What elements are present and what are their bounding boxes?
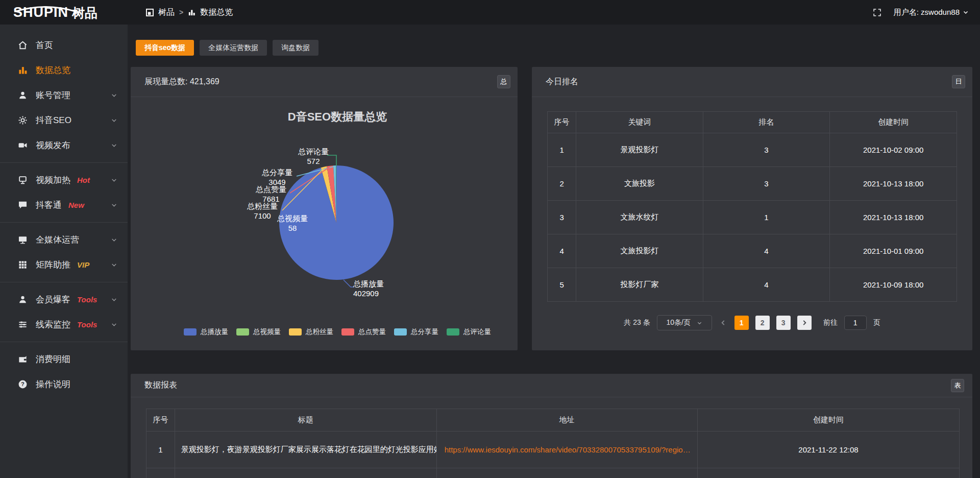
cell-index: 3 — [548, 201, 576, 234]
chevron-down-icon — [111, 321, 117, 328]
cell-index: 1 — [146, 432, 175, 468]
tab-media-operation-data[interactable]: 全媒体运营数据 — [200, 40, 267, 56]
sidebar-item-media-operation[interactable]: 全媒体运营 — [0, 227, 128, 252]
breadcrumb-current[interactable]: 数据总览 — [200, 7, 233, 18]
chevron-down-icon — [111, 236, 117, 243]
legend-item[interactable]: 总粉丝量 — [289, 327, 333, 337]
tools-badge: Tools — [77, 295, 97, 304]
sidebar-item-label: 抖客通 — [36, 199, 62, 211]
column-header: 地址 — [436, 409, 697, 432]
cell-keyword: 文旅投影 — [576, 167, 703, 201]
legend-item[interactable]: 总播放量 — [184, 327, 228, 337]
breadcrumb-root[interactable]: 树品 — [158, 7, 175, 18]
table-toggle-button[interactable]: 表 — [951, 379, 964, 392]
user-icon — [17, 90, 28, 100]
goto-page-input[interactable] — [844, 316, 867, 330]
help-icon: ? — [17, 379, 28, 389]
sidebar-item-member-burst[interactable]: 会员爆客 Tools — [0, 287, 128, 312]
report-panel-header: 数据报表 表 — [131, 374, 972, 397]
ranking-table: 序号 关键词 排名 创建时间 1 景观投影灯 3 — [547, 111, 957, 302]
table-row: 3 文旅水纹灯 1 2021-10-13 18:00 — [548, 201, 957, 234]
user-menu[interactable]: 用户名: zswodun88 — [894, 8, 969, 17]
tab-inquiry-data[interactable]: 询盘数据 — [273, 40, 318, 56]
total-toggle-button[interactable]: 总 — [497, 75, 510, 88]
column-header: 标题 — [175, 409, 436, 432]
tab-douyin-seo-data[interactable]: 抖音seo数据 — [136, 40, 194, 56]
page-size-select[interactable]: 10条/页 — [657, 315, 712, 330]
fullscreen-icon[interactable] — [873, 8, 881, 17]
sidebar-item-help[interactable]: ? 操作说明 — [0, 372, 128, 397]
hot-badge: Hot — [77, 176, 90, 184]
sidebar-item-douketong[interactable]: 抖客通 New — [0, 193, 128, 218]
legend-swatch — [236, 328, 249, 336]
legend-item[interactable]: 总分享量 — [394, 327, 438, 337]
overview-panel-title: 展现量总数: 421,369 — [144, 77, 219, 87]
report-panel-title: 数据报表 — [144, 380, 177, 391]
gear-icon — [17, 115, 28, 125]
legend-swatch — [341, 328, 354, 336]
chevron-down-icon — [697, 320, 702, 326]
pie-label-plays: 总播放量 402909 — [353, 279, 396, 298]
page-unit-label: 页 — [873, 318, 880, 327]
table-row: 4 文旅投影灯 4 2021-10-01 09:00 — [548, 234, 957, 268]
chart-title: D音SEO数据量总览 — [144, 109, 531, 125]
logo: SHUPIN 树品 — [0, 6, 128, 19]
cell-created: 2021-10-13 18:00 — [830, 201, 957, 234]
home-icon — [17, 40, 28, 50]
cell-rank: 3 — [703, 167, 830, 201]
sidebar-item-home[interactable]: 首页 — [0, 33, 128, 58]
new-badge: New — [68, 201, 84, 209]
day-toggle-button[interactable]: 日 — [952, 75, 965, 88]
legend-item[interactable]: 总点赞量 — [341, 327, 386, 337]
vip-badge: VIP — [77, 260, 89, 269]
table-row: 2 文旅投影 3 2021-10-13 18:00 — [548, 167, 957, 201]
cell-created: 2021-11-22 12:08 — [698, 432, 960, 468]
column-header: 排名 — [703, 112, 830, 133]
column-header: 序号 — [548, 112, 576, 133]
next-page-button[interactable] — [797, 316, 812, 330]
sidebar-item-label: 全媒体运营 — [36, 234, 79, 246]
chat-icon — [17, 200, 28, 210]
goto-label: 前往 — [823, 318, 838, 327]
legend-swatch — [289, 328, 302, 336]
sidebar-item-spending-detail[interactable]: 消费明细 — [0, 347, 128, 372]
app-window: SHUPIN 树品 树品 > 数据总览 用户名: zswodun88 首页 — [0, 0, 980, 478]
pie-chart-area: D音SEO数据量总览 总评论量 572 — [131, 97, 518, 350]
total-count-label: 共 23 条 — [624, 318, 650, 327]
sidebar: 首页 数据总览 账号管理 抖音SEO 视频发布 — [0, 25, 128, 478]
sidebar-item-lead-monitor[interactable]: 线索监控 Tools — [0, 312, 128, 337]
sidebar-item-label: 视频发布 — [36, 139, 70, 151]
legend-item[interactable]: 总视频量 — [236, 327, 281, 337]
cell-index: 5 — [548, 268, 576, 302]
chevron-down-icon — [111, 177, 117, 183]
cell-title: 景观投影灯，夜游景观投影灯厂家展示展示落花灯在花园里的灯光投影应用效果 # — [175, 432, 436, 468]
video-link[interactable]: https://www.iesdouyin.com/share/video/70… — [437, 445, 697, 454]
wallet-icon — [17, 354, 28, 364]
sidebar-item-douyin-seo[interactable]: 抖音SEO — [0, 108, 128, 133]
chevron-down-icon — [111, 142, 117, 149]
page-button-1[interactable]: 1 — [734, 316, 749, 330]
main-content: 抖音seo数据 全媒体运营数据 询盘数据 展现量总数: 421,369 总 D音… — [128, 25, 980, 478]
sidebar-item-data-overview[interactable]: 数据总览 — [0, 58, 128, 83]
sidebar-divider — [0, 222, 128, 223]
sidebar-item-label: 线索监控 — [36, 319, 70, 330]
sidebar-item-label: 消费明细 — [36, 353, 70, 365]
page-button-3[interactable]: 3 — [776, 316, 791, 330]
sidebar-item-label: 数据总览 — [36, 64, 70, 76]
cell-index: 4 — [548, 234, 576, 268]
chevron-down-icon — [111, 117, 117, 124]
page-button-2[interactable]: 2 — [755, 316, 770, 330]
sidebar-item-account[interactable]: 账号管理 — [0, 83, 128, 108]
sidebar-item-label: 会员爆客 — [36, 294, 70, 305]
data-tabs: 抖音seo数据 全媒体运营数据 询盘数据 — [136, 40, 972, 56]
logo-arc — [12, 6, 79, 12]
sidebar-item-video-heat[interactable]: 视频加热 Hot — [0, 168, 128, 193]
topbar-right: 用户名: zswodun88 — [873, 8, 980, 17]
prev-page-button[interactable] — [720, 319, 727, 326]
cell-rank: 1 — [703, 201, 830, 234]
cell-keyword: 景观投影灯 — [576, 133, 703, 167]
sidebar-item-video-publish[interactable]: 视频发布 — [0, 133, 128, 158]
sidebar-item-matrix-boost[interactable]: 矩阵助推 VIP — [0, 252, 128, 277]
grid-icon — [17, 260, 28, 270]
legend-item[interactable]: 总评论量 — [447, 327, 491, 337]
